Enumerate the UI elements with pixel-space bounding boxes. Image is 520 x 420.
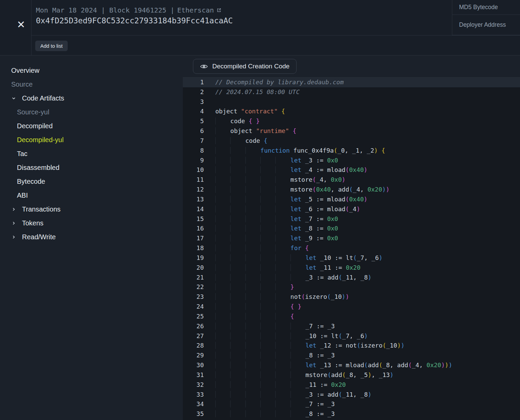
code-line: 8 function func_0x4f9a(_0, _1, _2) { [183,146,520,156]
line-number: 4 [183,107,215,116]
sidebar-item-bytecode[interactable]: Bytecode [0,175,183,189]
sidebar-item-abi[interactable]: ABI [0,189,183,202]
code-line-content: let _10 := lt(_7, _6) [215,253,520,263]
sidebar-item-decompiled-yul[interactable]: Decompiled-yul [0,133,183,147]
code-line: 9 let _3 := 0x0 [183,156,520,165]
code-line-content: not(iszero(_10)) [215,292,520,302]
sidebar-item-read-write[interactable]: Read/Write [0,230,183,244]
line-number: 35 [183,409,215,419]
code-line: 2// 2024.07.15 08:00 UTC [183,87,520,97]
code-line-content: _7 := _3 [215,322,520,331]
line-number: 5 [183,116,215,126]
sidebar-item-code-artifacts[interactable]: Code Artifacts [0,91,183,105]
code-line: 3 [183,97,520,107]
line-number: 31 [183,370,215,380]
code-line-content: for { [215,243,520,253]
sidebar-item-overview[interactable]: Overview [0,64,183,78]
code-line: 11 mstore(_4, 0x0) [183,175,520,185]
line-number: 16 [183,224,215,234]
code-line-content: let _12 := not(iszero(_10)) [215,341,520,351]
etherscan-link[interactable]: Etherscan [177,6,221,14]
line-number: 19 [183,253,215,263]
line-number: 11 [183,175,215,185]
code-line-content [215,97,520,107]
meta-text: Mon Mar 18 2024 | Block 19461225 | [36,6,174,14]
code-line-content: { [215,312,520,322]
line-number: 2 [183,87,215,97]
sidebar-item-tokens[interactable]: Tokens [0,216,183,230]
line-number: 13 [183,195,215,204]
md5-bytecode-button[interactable]: MD5 Bytecode [452,0,520,15]
code-line: 6 object "runtime" { [183,126,520,136]
sidebar-item-label: Source-yul [17,108,49,116]
line-number: 3 [183,97,215,107]
decompiled-creation-code-button[interactable]: Decompiled Creation Code [193,59,297,74]
code-line-content: mstore(add(_8, _5), _13) [215,370,520,380]
code-line: 32 _11 := 0x20 [183,380,520,390]
code-line-content: _8 := _3 [215,409,520,419]
code-line: 35 _8 := _3 [183,409,520,419]
line-number: 30 [183,360,215,370]
add-to-list-button[interactable]: Add to list [35,41,68,51]
code-line-content: let _5 := mload(0x40) [215,195,520,204]
contract-meta: Mon Mar 18 2024 | Block 19461225 |Ethers… [36,6,221,14]
code-line: 14 let _6 := mload(_4) [183,204,520,214]
line-number: 34 [183,399,215,409]
sidebar-item-label: Source [11,81,32,88]
code-line-content: _11 := 0x20 [215,380,520,390]
line-number: 24 [183,302,215,312]
code-line: 13 let _5 := mload(0x40) [183,195,520,204]
code-line-content: let _3 := 0x0 [215,156,520,165]
sidebar-item-tac[interactable]: Tac [0,147,183,161]
code-editor[interactable]: 1// Decompiled by library.dedaub.com2// … [183,77,520,420]
code-line: 29 _8 := _3 [183,351,520,360]
code-line-content: let _11 := 0x20 [215,263,520,273]
line-number: 26 [183,322,215,331]
contract-address[interactable]: 0x4fD25D3ed9FC8C532cc27933184b39Fcc41aca… [36,16,233,25]
code-line: 7 code { [183,136,520,146]
sidebar-item-label: Overview [11,67,39,74]
code-line: 21 _3 := add(_11, _8) [183,273,520,283]
line-number: 33 [183,390,215,400]
code-line-content: // Decompiled by library.dedaub.com [215,78,520,87]
sidebar-item-source[interactable]: Source [0,78,183,91]
chevron-right-icon [11,235,18,240]
code-line-content: let _9 := 0x0 [215,234,520,243]
chevron-right-icon [11,207,18,212]
code-line: 18 for { [183,243,520,253]
sidebar-nav: OverviewSourceCode ArtifactsSource-yulDe… [0,56,183,420]
line-number: 12 [183,185,215,195]
sidebar-item-source-yul[interactable]: Source-yul [0,105,183,119]
code-line-content: _3 := add(_11, _8) [215,273,520,283]
code-line-content: _3 := add(_11, _8) [215,390,520,400]
code-line: 28 let _12 := not(iszero(_10)) [183,341,520,351]
sidebar-item-label: Decompiled [17,122,53,130]
code-line-content: mstore(0x40, add(_4, 0x20)) [215,185,520,195]
sidebar-item-label: Tac [17,150,27,158]
line-number: 6 [183,126,215,136]
code-line-content: let _6 := mload(_4) [215,204,520,214]
close-button[interactable]: ✕ [14,17,28,32]
code-line: 25 { [183,312,520,322]
code-line: 26 _7 := _3 [183,322,520,331]
code-line: 10 let _4 := mload(0x40) [183,165,520,175]
deployer-address-button[interactable]: Deployer Address [452,15,520,35]
sidebar-item-disassembled[interactable]: Disassembled [0,161,183,175]
code-line: 15 let _7 := 0x0 [183,214,520,224]
line-number: 32 [183,380,215,390]
code-line: 30 let _13 := mload(add(_8, add(_4, 0x20… [183,360,520,370]
code-line: 1// Decompiled by library.dedaub.com [183,78,520,87]
line-number: 1 [183,78,215,87]
sidebar-item-transactions[interactable]: Transactions [0,202,183,216]
code-line-content: let _8 := 0x0 [215,224,520,234]
code-line-content: let _13 := mload(add(_8, add(_4, 0x20))) [215,360,520,370]
line-number: 8 [183,146,215,156]
code-line: 5 code { } [183,116,520,126]
line-number: 18 [183,243,215,253]
line-number: 23 [183,292,215,302]
line-number: 29 [183,351,215,360]
code-line: 33 _3 := add(_11, _8) [183,390,520,400]
sidebar-item-decompiled[interactable]: Decompiled [0,119,183,133]
code-line-content: } [215,282,520,292]
line-number: 9 [183,156,215,165]
